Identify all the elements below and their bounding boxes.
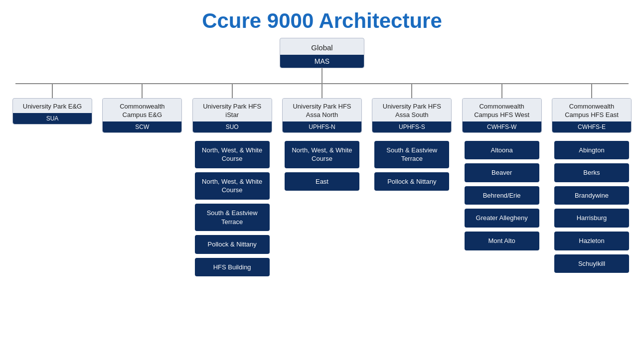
child-node-cwhfs-e-5: Schuylkill — [554, 254, 629, 273]
child-node-uphfs-n-1: East — [285, 172, 359, 191]
child-node-cwhfs-e-0: Abington — [554, 141, 629, 160]
header-top-uphfs-n: University Park HFS Assa North — [283, 99, 361, 121]
header-top-cwhfs-e: Commonwealth Campus HFS East — [552, 99, 631, 121]
children-col-uphfs-s: South & Eastview TerracePollock & Nittan… — [374, 141, 449, 191]
child-node-cwhfs-w-2: Behrend/Erie — [465, 186, 539, 205]
header-bottom-uphfs-n: UPHFS-N — [283, 121, 361, 132]
header-bottom-scw: SCW — [103, 121, 181, 132]
header-node-scw: Commonwealth Campus E&GSCW — [102, 98, 182, 133]
header-node-cwhfs-e: Commonwealth Campus HFS EastCWHFS-E — [552, 98, 632, 133]
branch-v-line-scw — [142, 84, 143, 98]
branch-uphfs-s: University Park HFS Assa SouthUPHFS-SSou… — [370, 84, 454, 191]
root-node: Global MAS — [280, 38, 364, 68]
children-col-uphfs-n: North, West, & White CourseEast — [285, 141, 359, 191]
branch-v-line-uphfs-s — [411, 84, 412, 98]
child-node-uphfs-s-1: Pollock & Nittany — [374, 172, 449, 191]
branch-sua: University Park E&GSUA — [10, 84, 94, 128]
children-col-cwhfs-e: AbingtonBerksBrandywineHarrisburgHazleto… — [554, 141, 629, 273]
branch-v-line-uphfs-n — [322, 84, 322, 98]
root-bottom: MAS — [280, 55, 364, 68]
branch-v-line-cwhfs-e — [591, 84, 592, 98]
branches-area: University Park E&GSUACommonwealth Campu… — [8, 84, 636, 276]
header-top-scw: Commonwealth Campus E&G — [103, 99, 181, 121]
branch-suo: University Park HFS iStarSUONorth, West,… — [190, 84, 274, 276]
root-top: Global — [304, 38, 339, 55]
header-node-cwhfs-w: Commonwealth Campus HFS WestCWHFS-W — [462, 98, 542, 133]
child-node-cwhfs-w-0: Altoona — [465, 141, 539, 160]
child-node-cwhfs-w-4: Mont Alto — [465, 232, 539, 250]
header-bottom-suo: SUO — [193, 121, 272, 132]
child-node-uphfs-s-0: South & Eastview Terrace — [374, 141, 449, 168]
child-node-cwhfs-e-2: Brandywine — [554, 186, 629, 205]
child-node-uphfs-n-0: North, West, & White Course — [285, 141, 359, 168]
child-node-suo-3: Pollock & Nittany — [195, 235, 270, 254]
tree-layout: Global MAS University Park E&GSUACommonw… — [0, 38, 644, 276]
header-bottom-uphfs-s: UPHFS-S — [372, 121, 451, 132]
header-node-uphfs-n: University Park HFS Assa NorthUPHFS-N — [282, 98, 362, 133]
branch-cwhfs-e: Commonwealth Campus HFS EastCWHFS-EAbing… — [550, 84, 634, 273]
header-top-cwhfs-w: Commonwealth Campus HFS West — [463, 99, 541, 121]
h-connector — [15, 83, 629, 84]
header-bottom-sua: SUA — [13, 113, 92, 124]
page: Ccure 9000 Architecture Global MAS Unive… — [0, 0, 644, 276]
child-node-cwhfs-w-3: Greater Allegheny — [465, 209, 539, 228]
header-bottom-cwhfs-w: CWHFS-W — [463, 121, 541, 132]
branch-uphfs-n: University Park HFS Assa NorthUPHFS-NNor… — [280, 84, 364, 191]
child-node-suo-1: North, West, & White Course — [195, 172, 270, 200]
header-top-sua: University Park E&G — [18, 99, 87, 113]
branch-v-line-suo — [232, 84, 233, 98]
child-node-suo-4: HFS Building — [195, 258, 270, 277]
header-node-sua: University Park E&GSUA — [12, 98, 92, 124]
children-col-suo: North, West, & White CourseNorth, West, … — [195, 141, 270, 276]
header-node-suo: University Park HFS iStarSUO — [192, 98, 272, 133]
branch-v-line-sua — [52, 84, 53, 98]
page-title: Ccure 9000 Architecture — [0, 0, 644, 38]
children-col-cwhfs-w: AltoonaBeaverBehrend/ErieGreater Alleghe… — [465, 141, 539, 250]
header-top-suo: University Park HFS iStar — [193, 99, 272, 121]
header-bottom-cwhfs-e: CWHFS-E — [552, 121, 631, 132]
child-node-suo-0: North, West, & White Course — [195, 141, 270, 168]
child-node-cwhfs-e-4: Hazleton — [554, 232, 629, 250]
branch-cwhfs-w: Commonwealth Campus HFS WestCWHFS-WAltoo… — [460, 84, 544, 250]
child-node-cwhfs-e-1: Berks — [554, 163, 629, 182]
branch-v-line-cwhfs-w — [501, 84, 502, 98]
header-node-uphfs-s: University Park HFS Assa SouthUPHFS-S — [372, 98, 452, 133]
branch-scw: Commonwealth Campus E&GSCW — [100, 84, 184, 137]
child-node-cwhfs-w-1: Beaver — [465, 163, 539, 182]
child-node-suo-2: South & Eastview Terrace — [195, 204, 270, 231]
root-v-line — [322, 68, 322, 83]
header-top-uphfs-s: University Park HFS Assa South — [372, 99, 451, 121]
child-node-cwhfs-e-3: Harrisburg — [554, 209, 629, 228]
